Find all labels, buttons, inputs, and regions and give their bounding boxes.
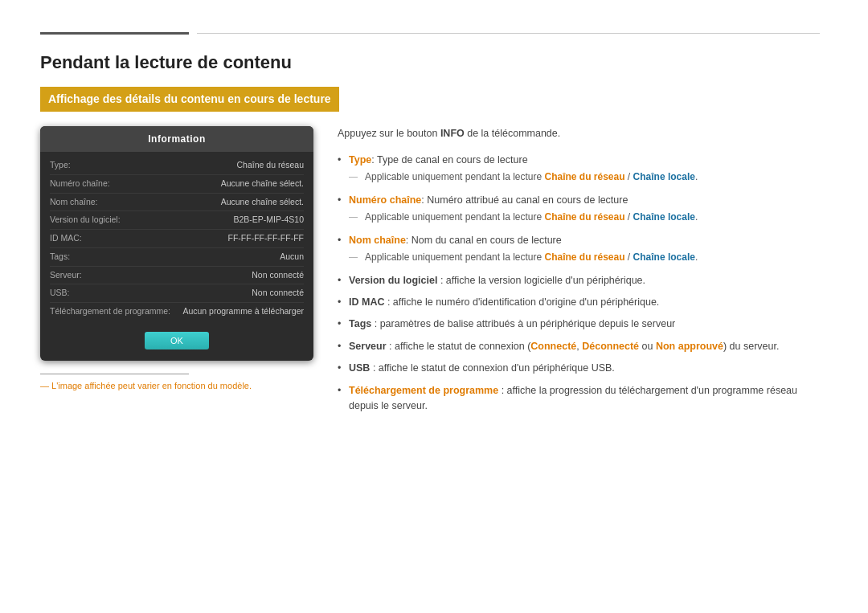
sub-item: Applicable uniquement pendant la lecture… xyxy=(349,248,820,267)
version-logiciel-term: Version du logiciel xyxy=(349,275,437,286)
info-table: Type:Chaîne du réseauNuméro chaîne:Aucun… xyxy=(40,152,313,325)
list-item: Type: Type de canal en cours de lecture … xyxy=(338,149,820,190)
top-rule-right xyxy=(197,33,820,34)
list-item: Téléchargement de programme : affiche la… xyxy=(338,380,820,418)
left-panel: Information Type:Chaîne du réseauNuméro … xyxy=(40,126,313,392)
info-dialog: Information Type:Chaîne du réseauNuméro … xyxy=(40,126,313,361)
dialog-row: Tags:Aucun xyxy=(50,248,304,267)
page: Pendant la lecture de contenu Affichage … xyxy=(0,0,868,613)
footnote: — L'image affichée peut varier en foncti… xyxy=(40,379,313,393)
numero-chaine-term: Numéro chaîne xyxy=(349,194,421,206)
top-rule-left xyxy=(40,32,189,35)
top-rule xyxy=(40,32,820,35)
sub-item: Applicable uniquement pendant la lecture… xyxy=(349,168,820,186)
ok-button[interactable]: OK xyxy=(145,332,209,349)
list-item: Serveur : affiche le statut de connexion… xyxy=(338,336,820,358)
row-label: USB: xyxy=(50,287,138,300)
telechargement-term: Téléchargement de programme xyxy=(349,385,498,396)
dialog-title: Information xyxy=(40,126,313,152)
list-item: Tags : paramètres de balise attribués à … xyxy=(338,313,820,335)
dialog-row: USB:Non connecté xyxy=(50,284,304,303)
right-panel: Appuyez sur le bouton INFO de la télécom… xyxy=(338,126,820,417)
row-value: Chaîne du réseau xyxy=(237,159,304,172)
row-value: Aucune chaîne sélect. xyxy=(221,178,304,190)
disconnected-status: Déconnecté xyxy=(582,341,639,352)
list-item: ID MAC : affiche le numéro d'identificat… xyxy=(338,292,820,313)
nom-chaine-term: Nom chaîne xyxy=(349,235,406,246)
row-label: Version du logiciel: xyxy=(50,214,138,227)
dialog-row: Type:Chaîne du réseau xyxy=(50,157,304,175)
row-value: FF-FF-FF-FF-FF-FF xyxy=(228,232,304,245)
row-value: Aucun xyxy=(280,251,304,264)
type-term: Type xyxy=(349,154,371,166)
row-label: Numéro chaîne: xyxy=(50,178,138,190)
serveur-term: Serveur xyxy=(349,341,387,352)
row-value: Non connecté xyxy=(252,269,304,282)
row-value: B2B-EP-MIP-4S10 xyxy=(233,214,304,227)
dialog-row: Serveur:Non connecté xyxy=(50,267,304,285)
sub-item: Applicable uniquement pendant la lecture… xyxy=(349,208,820,227)
connected-status: Connecté xyxy=(530,341,576,352)
footnote-rule xyxy=(40,374,189,374)
dialog-row: ID MAC:FF-FF-FF-FF-FF-FF xyxy=(50,230,304,248)
dialog-row: Version du logiciel:B2B-EP-MIP-4S10 xyxy=(50,211,304,230)
row-value: Aucun programme à télécharger xyxy=(182,305,304,318)
right-intro: Appuyez sur le bouton INFO de la télécom… xyxy=(338,126,820,141)
row-label: Nom chaîne: xyxy=(50,196,138,209)
not-approved-status: Non approuvé xyxy=(656,341,723,352)
info-keyword: INFO xyxy=(440,128,465,139)
usb-term: USB xyxy=(349,362,370,374)
dialog-row: Numéro chaîne:Aucune chaîne sélect. xyxy=(50,175,304,194)
list-item: USB : affiche le statut de connexion d'u… xyxy=(338,358,820,379)
row-value: Aucune chaîne sélect. xyxy=(221,196,304,209)
row-label: Serveur: xyxy=(50,269,138,282)
dialog-row: Nom chaîne:Aucune chaîne sélect. xyxy=(50,194,304,212)
row-label: Type: xyxy=(50,159,138,172)
row-value: Non connecté xyxy=(252,287,304,300)
section-heading: Affichage des détails du contenu en cour… xyxy=(40,87,339,112)
row-label: Tags: xyxy=(50,251,138,264)
row-label: Téléchargement de programme: xyxy=(50,305,170,318)
list-item: Nom chaîne: Nom du canal en cours de lec… xyxy=(338,230,820,270)
dialog-row: Téléchargement de programme:Aucun progra… xyxy=(50,303,304,321)
list-item: Numéro chaîne: Numéro attribué au canal … xyxy=(338,190,820,230)
id-mac-term: ID MAC xyxy=(349,296,384,308)
list-item: Version du logiciel : affiche la version… xyxy=(338,270,820,292)
row-label: ID MAC: xyxy=(50,232,138,245)
feature-list: Type: Type de canal en cours de lecture … xyxy=(338,149,820,418)
tags-term: Tags xyxy=(349,318,371,329)
content-area: Information Type:Chaîne du réseauNuméro … xyxy=(40,126,820,417)
page-title: Pendant la lecture de contenu xyxy=(40,49,820,76)
